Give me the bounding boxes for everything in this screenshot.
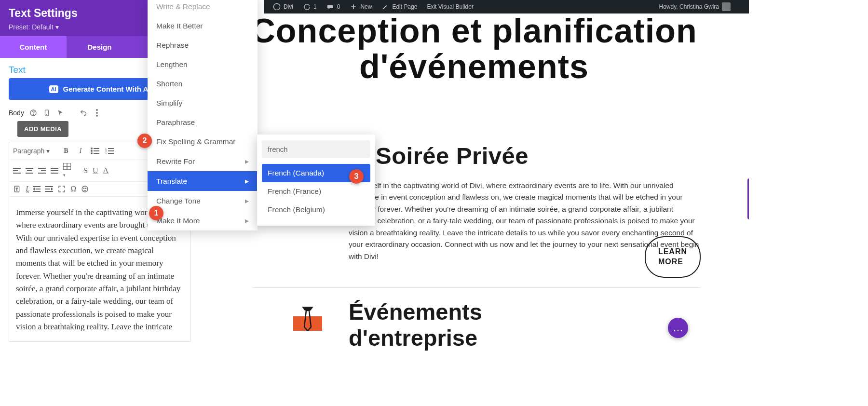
svg-rect-14 xyxy=(94,150,99,151)
indent-left-icon[interactable] xyxy=(33,186,41,192)
adminbar-howdy: Howdy, Christina Gwira xyxy=(659,3,719,10)
hero-title: Conception et planification d'événements xyxy=(209,14,739,84)
ai-write-replace[interactable]: Write & Replace xyxy=(148,0,258,16)
refresh-icon xyxy=(303,3,311,11)
format-select[interactable]: Paragraph ▾ xyxy=(13,147,56,155)
clear-format-icon[interactable]: I✕ xyxy=(26,185,28,193)
fullscreen-icon[interactable] xyxy=(58,185,66,193)
wordpress-icon xyxy=(273,3,281,11)
adminbar-search[interactable] xyxy=(735,2,745,11)
preset-label: Preset: Default xyxy=(9,23,54,31)
svg-text:3: 3 xyxy=(105,152,107,154)
language-search-input[interactable] xyxy=(262,140,370,158)
tab-design[interactable]: Design xyxy=(67,36,133,58)
paste-text-icon[interactable]: T xyxy=(13,185,21,193)
ai-shorten[interactable]: Shorten xyxy=(148,74,258,94)
adminbar-edit-label: Edit Page xyxy=(392,3,417,10)
svg-rect-27 xyxy=(27,170,32,171)
svg-point-8 xyxy=(96,109,98,111)
ai-simplify[interactable]: Simplify xyxy=(148,94,258,113)
adminbar-exit-label: Exit Visual Builder xyxy=(427,3,474,10)
align-center-icon[interactable] xyxy=(26,168,33,174)
svg-rect-25 xyxy=(13,173,21,174)
align-right-icon[interactable] xyxy=(38,168,46,174)
adminbar-comments[interactable]: 0 xyxy=(322,0,345,14)
svg-rect-45 xyxy=(45,191,53,192)
callout-badge-3: 3 xyxy=(349,169,364,184)
indent-right-icon[interactable] xyxy=(45,186,53,192)
svg-point-13 xyxy=(91,150,93,152)
svg-point-0 xyxy=(273,3,280,10)
svg-rect-12 xyxy=(94,148,99,149)
unordered-list-icon[interactable] xyxy=(90,146,100,156)
preset-selector[interactable]: Preset: Default ▾ xyxy=(9,23,59,31)
bold-icon[interactable]: B xyxy=(61,146,71,156)
ai-change-tone[interactable]: Change Tone▸ xyxy=(148,191,258,211)
svg-rect-23 xyxy=(13,168,21,169)
underline-icon[interactable]: U xyxy=(93,166,98,175)
pencil-icon xyxy=(381,3,389,11)
svg-point-15 xyxy=(91,152,93,154)
special-char-icon[interactable]: Ω xyxy=(70,185,76,193)
ai-translate[interactable]: Translate▸ xyxy=(148,171,258,191)
svg-rect-31 xyxy=(38,173,46,174)
lang-french-belgium[interactable]: French (Belgium) xyxy=(262,201,370,219)
ai-fix-spelling[interactable]: Fix Spelling & Grammar xyxy=(148,132,258,151)
align-left-icon[interactable] xyxy=(13,168,21,174)
ai-paraphrase[interactable]: Paraphrase xyxy=(148,113,258,132)
svg-rect-42 xyxy=(33,191,41,192)
svg-rect-24 xyxy=(13,170,18,171)
strikethrough-icon[interactable]: S xyxy=(83,166,88,175)
module-fab[interactable]: … xyxy=(668,318,688,338)
adminbar-updates[interactable]: 1 xyxy=(298,0,322,14)
ai-rephrase[interactable]: Rephrase xyxy=(148,36,258,55)
text-color-icon[interactable]: A xyxy=(103,166,108,175)
svg-point-47 xyxy=(84,188,84,189)
hero: Conception et planification d'événements xyxy=(199,14,749,84)
italic-icon[interactable]: I xyxy=(76,146,85,156)
learn-more-button[interactable]: LEARN MORE xyxy=(645,236,701,278)
editor-scrollbar[interactable] xyxy=(747,178,749,219)
add-media-button[interactable]: ADD MEDIA xyxy=(17,121,68,137)
ai-rewrite-for[interactable]: Rewrite For▸ xyxy=(148,151,258,171)
ai-make-better[interactable]: Make It Better xyxy=(148,16,258,36)
format-select-label: Paragraph xyxy=(13,147,44,155)
svg-rect-18 xyxy=(108,148,114,149)
chevron-right-icon: ▸ xyxy=(245,196,249,205)
svg-rect-34 xyxy=(51,173,58,174)
svg-point-10 xyxy=(96,115,98,117)
card-title: vi Soirée Privée xyxy=(349,142,702,169)
adminbar-new-label: New xyxy=(360,3,372,10)
align-justify-icon[interactable] xyxy=(51,168,58,174)
chevron-down-icon: ▾ xyxy=(46,147,50,155)
svg-point-7 xyxy=(46,115,47,115)
phone-icon[interactable] xyxy=(42,108,51,117)
svg-point-46 xyxy=(82,186,88,192)
lang-french-france[interactable]: French (France) xyxy=(262,182,370,201)
table-icon[interactable]: ▾ xyxy=(63,163,71,178)
ai-badge-icon: AI xyxy=(49,85,58,93)
ai-lengthen[interactable]: Lengthen xyxy=(148,55,258,74)
more-icon[interactable] xyxy=(93,108,101,117)
adminbar-edit[interactable]: Edit Page xyxy=(377,0,422,14)
adminbar-user[interactable]: Howdy, Christina Gwira xyxy=(654,0,735,14)
emoji-icon[interactable] xyxy=(81,185,89,193)
svg-rect-3 xyxy=(293,312,322,316)
adminbar-comments-count: 0 xyxy=(337,3,340,10)
svg-point-5 xyxy=(33,114,33,115)
cursor-icon[interactable] xyxy=(56,108,65,117)
adminbar-new[interactable]: New xyxy=(345,0,377,14)
fab-label: … xyxy=(673,322,683,334)
help-icon[interactable] xyxy=(29,108,38,117)
svg-rect-33 xyxy=(51,170,58,171)
event2-line1: Événements xyxy=(349,299,482,325)
adminbar-divi[interactable]: Divi xyxy=(268,0,298,14)
ordered-list-icon[interactable]: 123 xyxy=(105,146,114,156)
ai-make-more[interactable]: Make It More▸ xyxy=(148,211,258,230)
tab-content[interactable]: Content xyxy=(0,36,67,58)
event2-title: Événements d'entreprise xyxy=(349,299,482,351)
adminbar-exit-vb[interactable]: Exit Visual Builder xyxy=(422,0,478,14)
svg-rect-20 xyxy=(108,150,114,151)
svg-point-11 xyxy=(91,148,93,149)
undo-icon[interactable] xyxy=(79,108,88,117)
